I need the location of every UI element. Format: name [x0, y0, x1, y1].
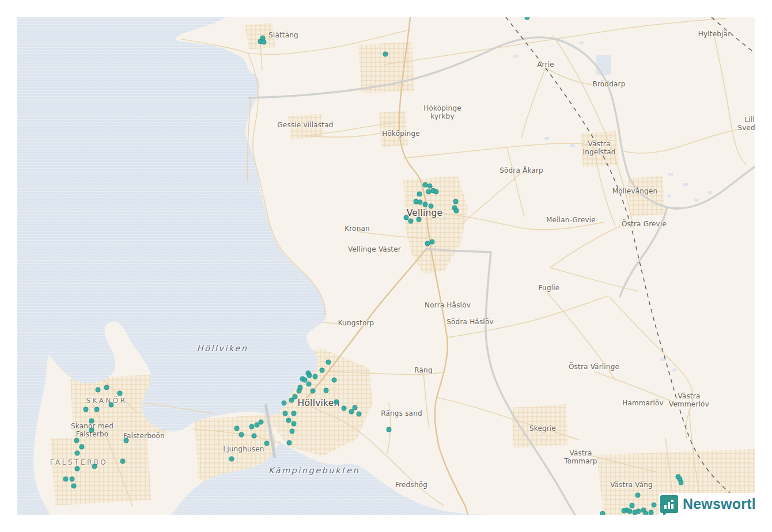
map-data-point[interactable] [630, 503, 635, 508]
map-data-point[interactable] [75, 466, 80, 472]
map-data-point[interactable] [80, 444, 85, 450]
map-data-point[interactable] [408, 219, 414, 224]
map-data-point[interactable] [387, 427, 392, 432]
map-data-point[interactable] [311, 389, 316, 394]
map-label-place: Räng [414, 367, 432, 375]
map[interactable]: SlättängArrieBröddarpHyltebjärLilla Sved… [17, 17, 755, 515]
map-label-place: Södra Åkarp [499, 167, 543, 175]
map-data-point[interactable] [426, 189, 432, 195]
map-data-point[interactable] [75, 451, 80, 456]
map-data-point[interactable] [326, 360, 331, 365]
map-data-point[interactable] [287, 440, 292, 446]
map-data-point[interactable] [622, 508, 627, 514]
map-data-point[interactable] [306, 382, 312, 387]
map-label-district: FALSTERBO [50, 459, 108, 467]
map-label-place: Kungstorp [338, 320, 374, 328]
map-data-point[interactable] [71, 484, 77, 489]
map-data-point[interactable] [292, 421, 297, 427]
map-data-point[interactable] [259, 420, 264, 425]
map-data-point[interactable] [252, 434, 257, 439]
map-data-point[interactable] [89, 419, 94, 424]
map-data-point[interactable] [418, 200, 423, 205]
map-data-point[interactable] [286, 418, 292, 423]
map-data-point[interactable] [239, 432, 244, 438]
map-data-point[interactable] [307, 373, 312, 378]
map-data-point[interactable] [383, 52, 388, 57]
map-data-point[interactable] [417, 217, 422, 222]
map-data-point[interactable] [63, 477, 69, 482]
map-data-point[interactable] [342, 406, 347, 411]
map-overlay: SlättängArrieBröddarpHyltebjärLilla Sved… [17, 17, 755, 515]
map-data-point[interactable] [429, 204, 434, 209]
map-label-place: Hyltebjär [698, 31, 731, 39]
map-data-point[interactable] [109, 402, 114, 408]
map-data-point[interactable] [70, 477, 75, 482]
map-label-place: Fuglie [539, 284, 560, 292]
map-data-point[interactable] [297, 389, 302, 394]
map-label-place: Ljunghusen [223, 446, 264, 454]
map-label-place: Möllevången [612, 188, 658, 196]
map-data-point[interactable] [679, 480, 684, 485]
map-label-place: Skegrie [529, 425, 556, 433]
map-label-district: SKANÖR [86, 397, 127, 405]
map-data-point[interactable] [104, 385, 109, 390]
map-data-point[interactable] [600, 511, 606, 515]
map-data-point[interactable] [84, 407, 89, 412]
map-data-point[interactable] [96, 387, 101, 393]
map-data-point[interactable] [525, 17, 530, 20]
map-data-point[interactable] [357, 412, 362, 417]
map-label-place: Vellinge Väster [348, 246, 401, 254]
map-data-point[interactable] [635, 493, 641, 498]
map-label-place: Mellan-Grevie [546, 216, 596, 225]
map-data-point[interactable] [282, 401, 287, 406]
map-data-point[interactable] [434, 189, 439, 195]
map-data-point[interactable] [290, 429, 295, 434]
map-data-point[interactable] [313, 374, 318, 379]
map-data-point[interactable] [324, 388, 329, 393]
map-data-point[interactable] [124, 438, 129, 443]
map-data-point[interactable] [320, 368, 325, 373]
map-data-point[interactable] [652, 503, 657, 508]
map-data-point[interactable] [644, 511, 649, 515]
map-data-point[interactable] [249, 424, 255, 430]
map-label-water: Höllviken [197, 344, 248, 354]
map-label-place: Arrie [537, 61, 554, 69]
map-data-point[interactable] [649, 510, 654, 515]
newsworthy-logo[interactable]: Newsworthy [659, 493, 755, 515]
map-label-place: Kronan [345, 225, 370, 233]
map-label-place: Östra Grevie [622, 221, 667, 229]
map-data-point[interactable] [292, 411, 297, 416]
map-data-point[interactable] [636, 509, 641, 514]
map-label-place: Södra Håslöv [446, 318, 493, 326]
map-data-point[interactable] [423, 202, 428, 207]
map-data-point[interactable] [627, 509, 633, 514]
map-data-point[interactable] [229, 457, 234, 462]
map-label-place: Östra Värlinge [569, 363, 619, 371]
map-data-point[interactable] [234, 426, 240, 431]
map-data-point[interactable] [118, 391, 123, 396]
map-data-point[interactable] [264, 441, 270, 446]
map-data-point[interactable] [334, 400, 339, 405]
map-data-point[interactable] [89, 428, 94, 433]
map-label-place: Hammarlöv [622, 400, 664, 408]
map-data-point[interactable] [289, 398, 294, 403]
page: SlättängArrieBröddarpHyltebjärLilla Sved… [0, 0, 772, 532]
map-label-town: Höllviken [298, 398, 340, 409]
map-data-point[interactable] [332, 378, 337, 383]
map-label-town: Vellinge [407, 208, 443, 219]
map-label-place: Bröddarp [593, 81, 626, 89]
map-data-point[interactable] [283, 411, 288, 416]
map-data-point[interactable] [417, 192, 422, 197]
map-data-point[interactable] [453, 199, 459, 204]
map-data-point[interactable] [74, 438, 80, 443]
map-data-point[interactable] [454, 208, 459, 214]
map-label-place: Hököpinge [382, 130, 420, 138]
map-label-place: Fredshög [395, 481, 427, 489]
map-data-point[interactable] [92, 464, 97, 469]
map-data-point[interactable] [94, 407, 100, 412]
map-data-point[interactable] [120, 459, 126, 464]
map-data-point[interactable] [262, 40, 267, 45]
map-data-point[interactable] [430, 240, 435, 245]
map-data-point[interactable] [349, 409, 354, 415]
map-label-place: Norra Håslöv [425, 302, 471, 310]
